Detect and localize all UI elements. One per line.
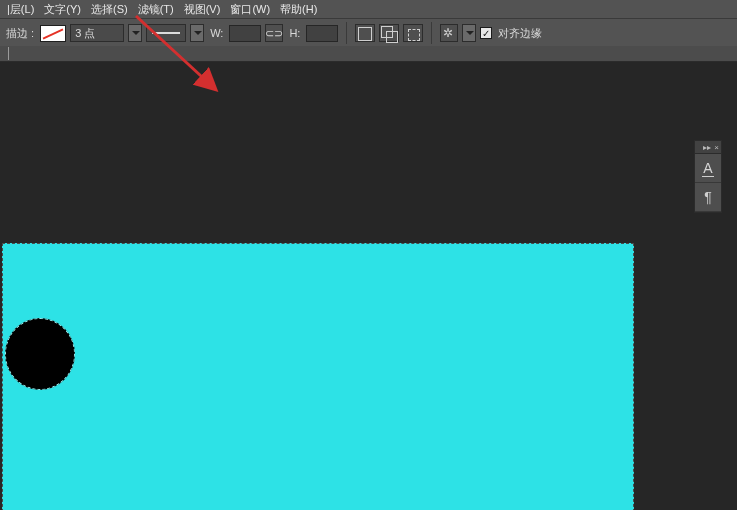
height-label: H: [289,27,300,39]
ruler-horizontal[interactable] [0,46,737,62]
menu-select[interactable]: 选择(S) [86,1,133,18]
options-bar: 描边 : 3 点 W: ⊂⊃ H: ✓ 对齐边缘 [0,19,737,48]
menu-help[interactable]: 帮助(H) [275,1,322,18]
menu-text[interactable]: 文字(Y) [39,1,86,18]
canvas[interactable] [2,243,634,510]
height-input[interactable] [306,25,338,42]
align-edges-label: 对齐边缘 [498,26,542,41]
stroke-weight-dropdown[interactable] [128,24,142,42]
link-wh-icon[interactable]: ⊂⊃ [265,24,283,42]
stroke-color-swatch[interactable] [40,25,66,42]
menu-layer[interactable]: |层(L) [2,1,39,18]
width-input[interactable] [229,25,261,42]
gear-icon[interactable] [440,24,458,42]
stroke-label: 描边 : [6,26,34,41]
path-align-button-1[interactable] [355,24,375,42]
workspace: ▸▸ × A [0,46,737,510]
path-align-button-3[interactable] [403,24,423,42]
separator [431,22,432,44]
paragraph-panel-icon[interactable] [695,183,721,212]
path-align-button-2[interactable] [379,24,399,42]
width-label: W: [210,27,223,39]
panel-collapse-icon[interactable]: ▸▸ [703,143,711,152]
menu-bar: |层(L) 文字(Y) 选择(S) 滤镜(T) 视图(V) 窗口(W) 帮助(H… [0,0,737,19]
gear-dropdown[interactable] [462,24,476,42]
collapsed-panel: ▸▸ × A [694,140,722,213]
panel-close-icon[interactable]: × [714,143,719,152]
align-edges-checkbox[interactable]: ✓ [480,27,492,39]
menu-view[interactable]: 视图(V) [179,1,226,18]
stroke-style-button[interactable] [146,24,186,42]
shape-circle-selection[interactable] [5,318,75,390]
stroke-weight-field[interactable]: 3 点 [70,24,124,42]
separator [346,22,347,44]
stroke-style-dropdown[interactable] [190,24,204,42]
character-panel-icon[interactable]: A [695,154,721,183]
menu-filter[interactable]: 滤镜(T) [133,1,179,18]
panel-header[interactable]: ▸▸ × [695,141,721,154]
menu-window[interactable]: 窗口(W) [225,1,275,18]
